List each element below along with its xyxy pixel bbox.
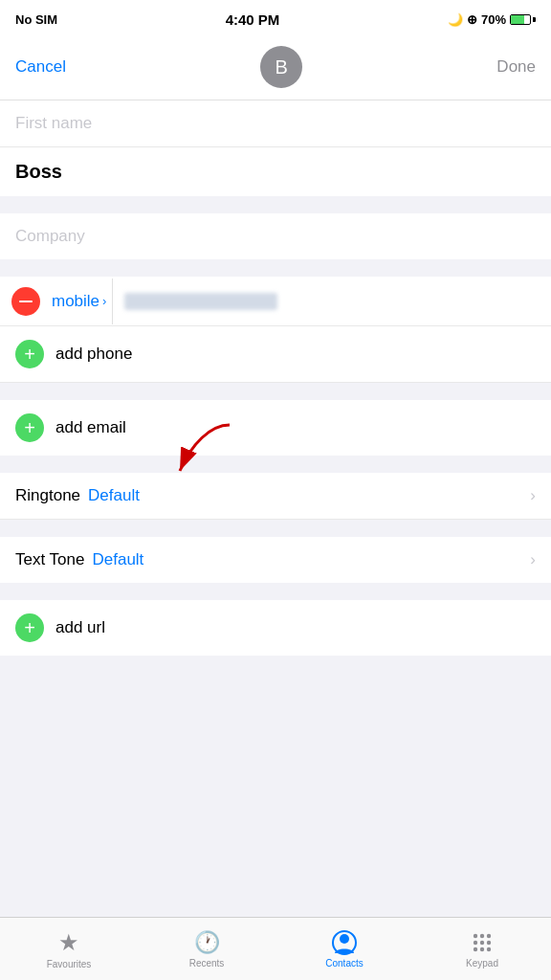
text-tone-left: Text Tone Default	[15, 550, 143, 569]
avatar: B	[260, 46, 302, 88]
tab-recents[interactable]: 🕐 Recents	[138, 918, 276, 980]
status-bar: No SIM 4:40 PM 🌙 ⊕ 70%	[0, 0, 551, 38]
email-section: + add email	[0, 400, 551, 456]
svg-point-11	[487, 947, 491, 950]
tab-bar: ★ Favourites 🕐 Recents Contacts Keypad	[0, 917, 551, 980]
phone-label-button[interactable]: mobile ›	[52, 278, 113, 324]
company-field[interactable]: Company	[0, 213, 551, 259]
minus-icon	[19, 301, 33, 302]
add-phone-button[interactable]: +	[15, 340, 44, 368]
add-email-label: add email	[55, 418, 126, 437]
company-section: Company	[0, 213, 551, 259]
carrier-label: No SIM	[15, 12, 57, 27]
battery-pct: 70%	[481, 12, 506, 27]
svg-point-10	[480, 947, 484, 950]
svg-point-9	[474, 947, 477, 950]
contacts-icon	[332, 930, 357, 955]
phone-row: mobile ›	[0, 277, 551, 326]
battery-icon	[510, 14, 536, 25]
phone-label-chevron: ›	[102, 294, 106, 308]
phone-section: mobile › + add phone	[0, 277, 551, 383]
tab-keypad[interactable]: Keypad	[413, 918, 551, 980]
url-section: + add url	[0, 600, 551, 656]
network-icon: ⊕	[467, 12, 477, 27]
add-phone-label: add phone	[55, 345, 132, 364]
add-email-button[interactable]: +	[15, 413, 44, 442]
add-url-row[interactable]: + add url	[0, 600, 551, 656]
last-name-field[interactable]: Boss	[0, 147, 551, 196]
add-url-button[interactable]: +	[15, 613, 44, 642]
status-indicators: 🌙 ⊕ 70%	[448, 12, 536, 27]
text-tone-value: Default	[92, 550, 143, 569]
text-tone-label: Text Tone	[15, 550, 84, 569]
recents-label: Recents	[189, 958, 225, 969]
keypad-icon	[470, 930, 495, 955]
ringtone-label: Ringtone	[15, 486, 80, 505]
add-email-row[interactable]: + add email	[0, 400, 551, 456]
keypad-label: Keypad	[466, 958, 498, 969]
add-url-label: add url	[55, 618, 105, 637]
contacts-label: Contacts	[325, 958, 363, 969]
svg-point-7	[480, 940, 484, 944]
section-gap-4	[0, 456, 551, 473]
svg-point-4	[480, 933, 484, 937]
plus-icon: +	[24, 345, 35, 364]
phone-label-text: mobile	[52, 292, 99, 311]
section-gap-3	[0, 383, 551, 400]
favourites-icon: ★	[58, 929, 79, 956]
section-gap-2	[0, 259, 551, 277]
phone-number-field[interactable]	[113, 279, 551, 323]
moon-icon: 🌙	[448, 12, 463, 27]
section-gap-5	[0, 520, 551, 537]
section-gap-1	[0, 196, 551, 213]
svg-point-6	[474, 940, 477, 944]
svg-point-8	[487, 940, 491, 944]
text-tone-chevron: ›	[530, 550, 536, 569]
ringtone-row[interactable]: Ringtone Default ›	[0, 473, 551, 520]
svg-point-1	[340, 934, 349, 944]
text-tone-row[interactable]: Text Tone Default ›	[0, 537, 551, 583]
add-phone-row[interactable]: + add phone	[0, 326, 551, 383]
phone-number-blurred	[124, 293, 277, 310]
first-name-field[interactable]: First name	[0, 100, 551, 147]
done-button[interactable]: Done	[496, 57, 536, 77]
ringtone-chevron: ›	[530, 486, 536, 505]
svg-point-5	[487, 933, 491, 937]
remove-phone-button[interactable]	[11, 287, 40, 316]
navigation-bar: Cancel B Done	[0, 38, 551, 100]
name-section: First name Boss	[0, 100, 551, 196]
plus-icon-url: +	[24, 618, 35, 637]
ringtone-value: Default	[88, 486, 140, 505]
svg-point-3	[474, 933, 477, 937]
ringtone-section: Ringtone Default › Text Tone Default ›	[0, 473, 551, 583]
time-label: 4:40 PM	[226, 11, 280, 28]
recents-icon: 🕐	[194, 930, 220, 955]
ringtone-left: Ringtone Default	[15, 486, 140, 505]
cancel-button[interactable]: Cancel	[15, 57, 66, 77]
favourites-label: Favourites	[47, 959, 92, 969]
section-gap-6	[0, 583, 551, 600]
plus-icon-email: +	[24, 418, 35, 437]
tab-contacts[interactable]: Contacts	[276, 918, 413, 980]
tab-favourites[interactable]: ★ Favourites	[0, 918, 138, 980]
